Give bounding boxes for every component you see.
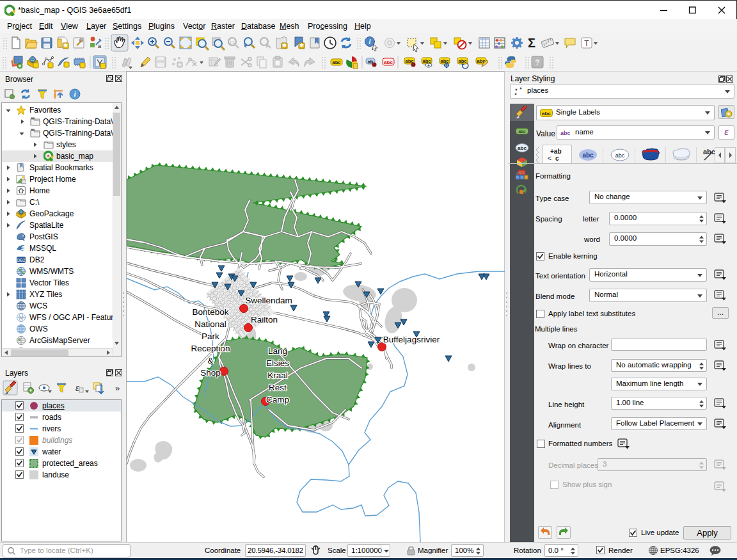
svg-text:»: » <box>115 383 120 393</box>
svg-text:National: National <box>194 319 226 329</box>
svg-text:Elsies: Elsies <box>266 358 289 368</box>
svg-text:Kraal: Kraal <box>267 371 288 380</box>
svg-text:T: T <box>584 39 589 48</box>
svg-text:&: & <box>207 356 213 365</box>
svg-text:abc: abc <box>703 148 715 156</box>
svg-text:Swellendam: Swellendam <box>245 296 292 305</box>
svg-text:Buffeljagsrivier: Buffeljagsrivier <box>383 335 440 344</box>
svg-text:1:1: 1:1 <box>230 40 235 44</box>
svg-text:abc: abc <box>542 111 551 116</box>
svg-text:✱: ✱ <box>299 42 305 49</box>
svg-text:abc: abc <box>615 152 625 159</box>
svg-text:Railton: Railton <box>251 315 278 324</box>
svg-text:<: < <box>548 155 551 162</box>
svg-text:Rest: Rest <box>269 383 287 392</box>
svg-text:✱: ✱ <box>63 42 68 49</box>
svg-text:abc: abc <box>384 60 393 65</box>
svg-text:Σ: Σ <box>528 36 535 50</box>
svg-text:a: a <box>98 43 101 49</box>
svg-text:abc: abc <box>560 130 571 136</box>
svg-text:i: i <box>369 38 371 45</box>
svg-text:c: c <box>555 155 559 162</box>
svg-text:abc: abc <box>582 152 594 159</box>
svg-text:Park: Park <box>202 332 219 341</box>
svg-text:Bontebok: Bontebok <box>192 307 228 317</box>
svg-text:?: ? <box>535 58 539 67</box>
svg-text:abc: abc <box>518 145 527 151</box>
svg-text:Lang: Lang <box>268 346 287 356</box>
svg-text:+ab: +ab <box>550 148 562 155</box>
svg-text:Camp: Camp <box>266 395 289 404</box>
svg-text:✱: ✱ <box>282 42 287 49</box>
svg-text:abc: abc <box>518 129 526 134</box>
svg-text:Shop: Shop <box>200 368 221 378</box>
svg-text:Reception: Reception <box>191 344 230 353</box>
